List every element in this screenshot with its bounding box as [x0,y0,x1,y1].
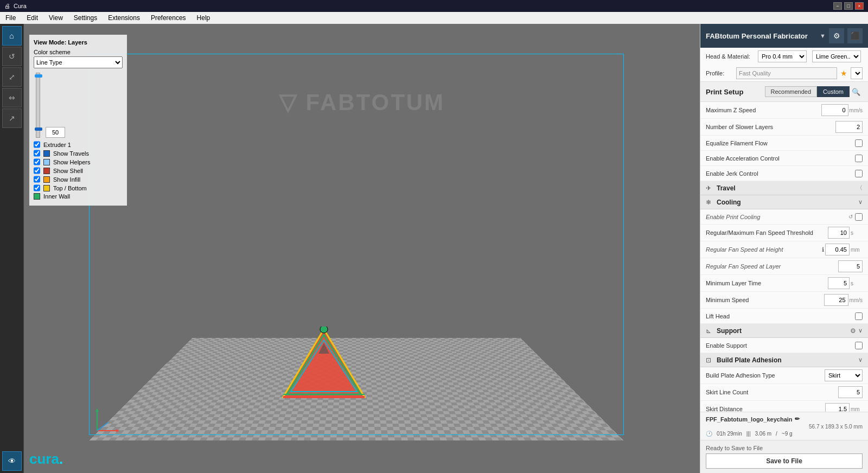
fan-speed-height-label: Regular Fan Speed at Height [706,246,822,253]
profile-star-button[interactable]: ★ [840,69,847,78]
min-speed-row: Minimum Speed mm/s [700,292,868,309]
legend-helpers-checkbox[interactable] [34,158,40,165]
rotate-tool-button[interactable]: ↺ [2,47,22,66]
max-z-speed-input[interactable] [821,104,848,116]
menu-edit[interactable]: Edit [21,12,43,24]
min-speed-unit: mm/s [850,297,863,303]
layer-panel: View Mode: Layers Color scheme Line Type [29,35,127,206]
right-panel: FABtotum Personal Fabricator ▼ ⚙ ⬛ Head … [700,24,868,473]
home-view-button[interactable]: ⌂ [2,26,22,46]
build-plate-section-header[interactable]: ⊡ Build Plate Adhesion ∨ [700,353,868,367]
fan-threshold-input[interactable] [828,227,850,239]
adhesion-type-select[interactable]: Skirt [825,369,863,381]
select-tool-button[interactable]: ↗ [2,108,22,128]
support-gear-icon[interactable]: ⚙ [850,327,856,335]
skirt-line-count-input[interactable] [838,386,863,398]
fan-threshold-row: Regular/Maximum Fan Speed Threshold s [700,225,868,241]
fan-speed-layer-input[interactable] [838,260,863,272]
head-select[interactable]: Pro 0.4 mm [758,50,807,62]
minimize-button[interactable]: − [833,2,842,10]
filament-separator: / [776,431,777,437]
svg-line-10 [97,423,108,431]
svg-marker-11 [116,429,119,432]
settings-scroll-area: Maximum Z Speed mm/s Number of Slower La… [700,102,868,412]
layer-view-button[interactable]: 👁 [2,451,22,471]
profile-dropdown[interactable]: ▼ [851,67,863,79]
cura-logo: cura. [29,451,63,468]
model-svg [280,327,367,402]
legend-infill-label: Show Infill [53,176,80,183]
menu-file[interactable]: File [0,12,21,24]
edit-file-icon[interactable]: ✏ [795,416,800,423]
legend-topbottom-checkbox[interactable] [34,184,40,191]
save-to-file-button[interactable]: Save to File [706,453,863,469]
color-scheme-select[interactable]: Line Type [34,56,123,68]
enable-cooling-reset[interactable]: ↺ [848,214,853,220]
skirt-distance-input[interactable] [825,403,850,412]
min-layer-time-input[interactable] [828,277,850,289]
menu-settings[interactable]: Settings [68,12,103,24]
lift-head-checkbox[interactable] [855,312,863,320]
cooling-icon: ❄ [706,199,714,206]
acceleration-checkbox[interactable] [855,155,863,162]
profile-label: Profile: [706,70,733,76]
fan-threshold-unit: s [851,230,863,236]
printer-dropdown-arrow[interactable]: ▼ [820,33,826,39]
cooling-section-header[interactable]: ❄ Cooling ∨ [700,195,868,209]
equalize-flow-checkbox[interactable] [855,139,863,147]
menu-view[interactable]: View [43,12,68,24]
min-speed-input[interactable] [824,294,848,306]
legend-shell-checkbox[interactable] [34,167,40,174]
enable-cooling-checkbox[interactable] [855,213,863,221]
layer-slider-top-thumb[interactable] [35,74,42,78]
slower-layers-input[interactable] [835,121,863,133]
mirror-tool-button[interactable]: ⇔ [2,88,22,107]
layer-value-input[interactable] [46,127,65,138]
skirt-distance-row: Skirt Distance mm [700,401,868,412]
ready-label: Ready to Save to File [706,445,863,451]
legend-extruder1-checkbox[interactable] [34,141,40,148]
filament-weight: ~9 g [782,431,793,437]
printer-monitor-icon[interactable]: ⬛ [847,28,863,43]
printer-settings-icon[interactable]: ⚙ [829,28,844,43]
menu-help[interactable]: Help [192,12,216,24]
left-toolbar: ⌂ ↺ ⤢ ⇔ ↗ 👁 [0,24,24,473]
legend-travels-checkbox[interactable] [34,150,40,157]
close-button[interactable]: × [855,2,864,10]
cooling-collapse-arrow: ∨ [858,199,863,206]
fan-speed-height-info[interactable]: ℹ [822,246,824,253]
travel-section-header[interactable]: ✈ Travel 〈 [700,181,868,195]
title-icon: 🖨 [4,3,10,9]
layer-slider-bottom-thumb[interactable] [35,127,42,131]
profile-input[interactable] [736,67,837,79]
menu-extensions[interactable]: Extensions [103,12,145,24]
slower-layers-row: Number of Slower Layers [700,119,868,136]
print-setup-title: Print Setup [706,88,765,96]
search-button[interactable]: 🔍 [850,85,863,98]
legend-topbottom-color [43,185,50,191]
max-z-speed-row: Maximum Z Speed mm/s [700,102,868,119]
lift-head-label: Lift Head [706,313,855,319]
build-plate-section-title: Build Plate Adhesion [717,356,858,364]
fan-speed-layer-row: Regular Fan Speed at Layer [700,258,868,275]
adhesion-type-row: Build Plate Adhesion Type Skirt [700,367,868,384]
maximize-button[interactable]: □ [844,2,853,10]
window-title: Cura [14,3,833,9]
legend-infill: Show Infill [34,176,123,183]
cura-text: cura [29,451,59,467]
tab-custom[interactable]: Custom [817,86,850,97]
jerk-checkbox[interactable] [855,170,863,177]
legend-infill-checkbox[interactable] [34,176,40,183]
legend-shell-label: Show Shell [53,168,83,174]
travel-icon: ✈ [706,184,714,192]
scale-tool-button[interactable]: ⤢ [2,67,22,87]
tab-recommended[interactable]: Recommended [765,86,818,97]
origin-axes [94,406,122,435]
fan-speed-height-input[interactable] [825,244,850,255]
min-layer-time-row: Minimum Layer Time s [700,275,868,292]
material-select[interactable]: Lime Green... [812,50,861,62]
menu-preferences[interactable]: Preferences [145,12,192,24]
enable-support-checkbox[interactable] [855,342,863,349]
support-section-header[interactable]: ⊾ Support ⚙ ∨ [700,324,868,338]
legend-travels-label: Show Travels [53,150,89,157]
